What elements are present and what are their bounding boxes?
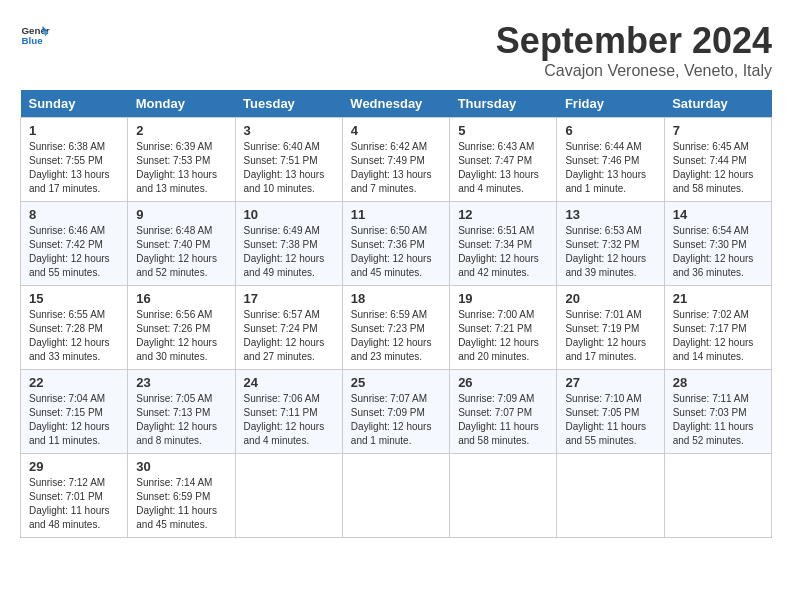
list-item: 4 Sunrise: 6:42 AM Sunset: 7:49 PM Dayli… bbox=[342, 118, 449, 202]
list-item: 22 Sunrise: 7:04 AM Sunset: 7:15 PM Dayl… bbox=[21, 370, 128, 454]
day-info: Sunrise: 6:48 AM Sunset: 7:40 PM Dayligh… bbox=[136, 224, 226, 280]
day-number: 11 bbox=[351, 207, 441, 222]
day-info: Sunrise: 7:04 AM Sunset: 7:15 PM Dayligh… bbox=[29, 392, 119, 448]
day-info: Sunrise: 7:01 AM Sunset: 7:19 PM Dayligh… bbox=[565, 308, 655, 364]
list-item: 2 Sunrise: 6:39 AM Sunset: 7:53 PM Dayli… bbox=[128, 118, 235, 202]
list-item: 11 Sunrise: 6:50 AM Sunset: 7:36 PM Dayl… bbox=[342, 202, 449, 286]
day-number: 28 bbox=[673, 375, 763, 390]
svg-text:Blue: Blue bbox=[22, 35, 44, 46]
list-item: 8 Sunrise: 6:46 AM Sunset: 7:42 PM Dayli… bbox=[21, 202, 128, 286]
day-number: 7 bbox=[673, 123, 763, 138]
list-item: 13 Sunrise: 6:53 AM Sunset: 7:32 PM Dayl… bbox=[557, 202, 664, 286]
day-info: Sunrise: 6:51 AM Sunset: 7:34 PM Dayligh… bbox=[458, 224, 548, 280]
col-friday: Friday bbox=[557, 90, 664, 118]
col-saturday: Saturday bbox=[664, 90, 771, 118]
day-number: 6 bbox=[565, 123, 655, 138]
day-number: 5 bbox=[458, 123, 548, 138]
list-item: 25 Sunrise: 7:07 AM Sunset: 7:09 PM Dayl… bbox=[342, 370, 449, 454]
day-info: Sunrise: 6:50 AM Sunset: 7:36 PM Dayligh… bbox=[351, 224, 441, 280]
list-item: 15 Sunrise: 6:55 AM Sunset: 7:28 PM Dayl… bbox=[21, 286, 128, 370]
day-info: Sunrise: 6:44 AM Sunset: 7:46 PM Dayligh… bbox=[565, 140, 655, 196]
col-thursday: Thursday bbox=[450, 90, 557, 118]
day-number: 26 bbox=[458, 375, 548, 390]
day-info: Sunrise: 7:00 AM Sunset: 7:21 PM Dayligh… bbox=[458, 308, 548, 364]
list-item: 16 Sunrise: 6:56 AM Sunset: 7:26 PM Dayl… bbox=[128, 286, 235, 370]
day-number: 12 bbox=[458, 207, 548, 222]
day-info: Sunrise: 7:07 AM Sunset: 7:09 PM Dayligh… bbox=[351, 392, 441, 448]
table-row: 1 Sunrise: 6:38 AM Sunset: 7:55 PM Dayli… bbox=[21, 118, 772, 202]
day-info: Sunrise: 7:02 AM Sunset: 7:17 PM Dayligh… bbox=[673, 308, 763, 364]
list-item: 18 Sunrise: 6:59 AM Sunset: 7:23 PM Dayl… bbox=[342, 286, 449, 370]
list-item: 24 Sunrise: 7:06 AM Sunset: 7:11 PM Dayl… bbox=[235, 370, 342, 454]
day-number: 3 bbox=[244, 123, 334, 138]
list-item: 19 Sunrise: 7:00 AM Sunset: 7:21 PM Dayl… bbox=[450, 286, 557, 370]
list-item bbox=[450, 454, 557, 538]
day-number: 9 bbox=[136, 207, 226, 222]
day-info: Sunrise: 6:55 AM Sunset: 7:28 PM Dayligh… bbox=[29, 308, 119, 364]
day-number: 8 bbox=[29, 207, 119, 222]
logo: General Blue bbox=[20, 20, 50, 50]
day-number: 19 bbox=[458, 291, 548, 306]
day-info: Sunrise: 7:06 AM Sunset: 7:11 PM Dayligh… bbox=[244, 392, 334, 448]
list-item bbox=[342, 454, 449, 538]
list-item: 12 Sunrise: 6:51 AM Sunset: 7:34 PM Dayl… bbox=[450, 202, 557, 286]
list-item: 7 Sunrise: 6:45 AM Sunset: 7:44 PM Dayli… bbox=[664, 118, 771, 202]
day-number: 30 bbox=[136, 459, 226, 474]
table-row: 8 Sunrise: 6:46 AM Sunset: 7:42 PM Dayli… bbox=[21, 202, 772, 286]
list-item: 20 Sunrise: 7:01 AM Sunset: 7:19 PM Dayl… bbox=[557, 286, 664, 370]
list-item: 3 Sunrise: 6:40 AM Sunset: 7:51 PM Dayli… bbox=[235, 118, 342, 202]
list-item: 29 Sunrise: 7:12 AM Sunset: 7:01 PM Dayl… bbox=[21, 454, 128, 538]
table-row: 29 Sunrise: 7:12 AM Sunset: 7:01 PM Dayl… bbox=[21, 454, 772, 538]
list-item: 17 Sunrise: 6:57 AM Sunset: 7:24 PM Dayl… bbox=[235, 286, 342, 370]
list-item: 10 Sunrise: 6:49 AM Sunset: 7:38 PM Dayl… bbox=[235, 202, 342, 286]
day-info: Sunrise: 6:38 AM Sunset: 7:55 PM Dayligh… bbox=[29, 140, 119, 196]
day-number: 27 bbox=[565, 375, 655, 390]
list-item bbox=[664, 454, 771, 538]
day-number: 10 bbox=[244, 207, 334, 222]
list-item: 27 Sunrise: 7:10 AM Sunset: 7:05 PM Dayl… bbox=[557, 370, 664, 454]
day-number: 21 bbox=[673, 291, 763, 306]
location-title: Cavajon Veronese, Veneto, Italy bbox=[496, 62, 772, 80]
list-item: 6 Sunrise: 6:44 AM Sunset: 7:46 PM Dayli… bbox=[557, 118, 664, 202]
day-number: 4 bbox=[351, 123, 441, 138]
day-number: 23 bbox=[136, 375, 226, 390]
list-item: 28 Sunrise: 7:11 AM Sunset: 7:03 PM Dayl… bbox=[664, 370, 771, 454]
list-item: 26 Sunrise: 7:09 AM Sunset: 7:07 PM Dayl… bbox=[450, 370, 557, 454]
day-info: Sunrise: 6:56 AM Sunset: 7:26 PM Dayligh… bbox=[136, 308, 226, 364]
list-item: 21 Sunrise: 7:02 AM Sunset: 7:17 PM Dayl… bbox=[664, 286, 771, 370]
day-info: Sunrise: 7:14 AM Sunset: 6:59 PM Dayligh… bbox=[136, 476, 226, 532]
day-number: 16 bbox=[136, 291, 226, 306]
day-info: Sunrise: 6:59 AM Sunset: 7:23 PM Dayligh… bbox=[351, 308, 441, 364]
col-sunday: Sunday bbox=[21, 90, 128, 118]
list-item bbox=[557, 454, 664, 538]
day-number: 22 bbox=[29, 375, 119, 390]
list-item: 5 Sunrise: 6:43 AM Sunset: 7:47 PM Dayli… bbox=[450, 118, 557, 202]
header-row: Sunday Monday Tuesday Wednesday Thursday… bbox=[21, 90, 772, 118]
day-info: Sunrise: 7:10 AM Sunset: 7:05 PM Dayligh… bbox=[565, 392, 655, 448]
day-number: 17 bbox=[244, 291, 334, 306]
day-number: 18 bbox=[351, 291, 441, 306]
list-item: 14 Sunrise: 6:54 AM Sunset: 7:30 PM Dayl… bbox=[664, 202, 771, 286]
day-number: 1 bbox=[29, 123, 119, 138]
day-info: Sunrise: 6:54 AM Sunset: 7:30 PM Dayligh… bbox=[673, 224, 763, 280]
day-info: Sunrise: 6:57 AM Sunset: 7:24 PM Dayligh… bbox=[244, 308, 334, 364]
day-info: Sunrise: 7:11 AM Sunset: 7:03 PM Dayligh… bbox=[673, 392, 763, 448]
day-info: Sunrise: 7:09 AM Sunset: 7:07 PM Dayligh… bbox=[458, 392, 548, 448]
logo-icon: General Blue bbox=[20, 20, 50, 50]
col-tuesday: Tuesday bbox=[235, 90, 342, 118]
day-number: 2 bbox=[136, 123, 226, 138]
day-number: 13 bbox=[565, 207, 655, 222]
table-row: 15 Sunrise: 6:55 AM Sunset: 7:28 PM Dayl… bbox=[21, 286, 772, 370]
month-title: September 2024 bbox=[496, 20, 772, 62]
day-number: 25 bbox=[351, 375, 441, 390]
day-info: Sunrise: 6:40 AM Sunset: 7:51 PM Dayligh… bbox=[244, 140, 334, 196]
day-info: Sunrise: 6:46 AM Sunset: 7:42 PM Dayligh… bbox=[29, 224, 119, 280]
day-number: 20 bbox=[565, 291, 655, 306]
table-row: 22 Sunrise: 7:04 AM Sunset: 7:15 PM Dayl… bbox=[21, 370, 772, 454]
page-header: General Blue September 2024 Cavajon Vero… bbox=[20, 20, 772, 80]
day-number: 29 bbox=[29, 459, 119, 474]
day-info: Sunrise: 7:12 AM Sunset: 7:01 PM Dayligh… bbox=[29, 476, 119, 532]
calendar-table: Sunday Monday Tuesday Wednesday Thursday… bbox=[20, 90, 772, 538]
day-info: Sunrise: 6:45 AM Sunset: 7:44 PM Dayligh… bbox=[673, 140, 763, 196]
list-item bbox=[235, 454, 342, 538]
